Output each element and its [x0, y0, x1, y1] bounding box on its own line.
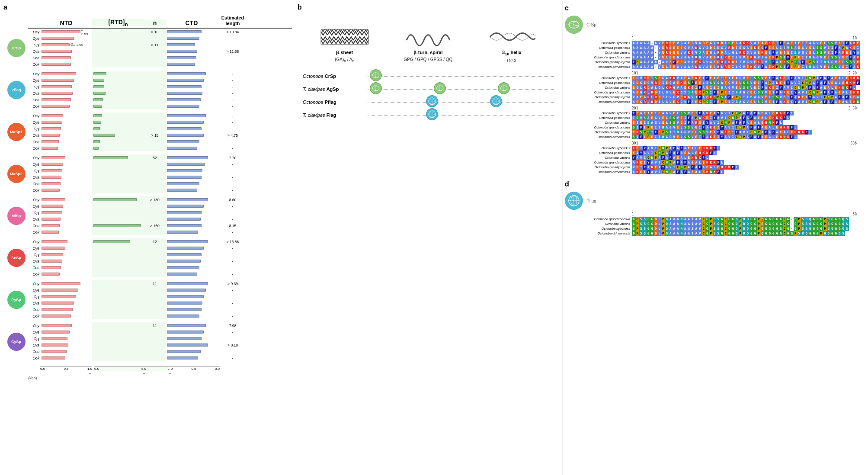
- ctd-cell: [166, 293, 218, 300]
- rtd-cell: [92, 55, 144, 61]
- ntd-bar: [42, 331, 70, 334]
- ntd-cell: [40, 103, 92, 109]
- aln-species: Octonoba sybotides: [565, 111, 632, 115]
- est-cell: -: [218, 229, 248, 235]
- pflag-aln-row: Octonoba variansGPSSGGDLPQAAANAAIAVCGPSS…: [565, 221, 866, 226]
- ctd-cell: [166, 125, 218, 132]
- n-cell: [144, 167, 166, 174]
- aln-row: Octonoba grandiprojectaVAEGRLRDIIVGVEKGV…: [565, 95, 866, 99]
- ntd-bar: [42, 356, 65, 359]
- table-row: Opj-: [28, 251, 292, 258]
- ntd-bar: [42, 30, 80, 33]
- icon-label-pysp: PySp: [7, 291, 26, 309]
- ctd-cell: [166, 264, 218, 271]
- ntd-cell: [40, 335, 92, 342]
- helix-seq: GGX: [507, 58, 516, 63]
- ctd-cell: [166, 196, 218, 203]
- table-row: Ook: [28, 61, 292, 67]
- n-cell: [144, 90, 166, 96]
- n-cell: [144, 145, 166, 151]
- rtd-cell: [92, 287, 144, 293]
- pflag-aln-species: Octonoba grandiconcava: [565, 217, 632, 221]
- aln-species: Octonoba okinawensis: [565, 65, 632, 69]
- ctd-bar: [167, 253, 202, 256]
- aln-row: Octonoba grandiprojectaVEIFAKEIYAVICNPAF…: [565, 165, 866, 170]
- pflag-aln-seq: GPSSGGDLPQAAANAAIAVCGPSSGCGGQPBQGGPQGGGG…: [632, 231, 845, 236]
- aln-row: Octonoba grandiprojectaEKSPSIFEPSIIBAGVE…: [565, 130, 866, 135]
- aln-species: Octonoba okinawensis: [565, 170, 632, 174]
- species-label: Opj: [28, 337, 40, 341]
- table-row: Oye-: [28, 203, 292, 209]
- species-label: Oco: [28, 56, 40, 60]
- ctd-cell: [166, 138, 218, 145]
- prot-flag-line: [368, 111, 554, 119]
- ntd-cell: [40, 125, 92, 132]
- aln-species: Octonoba yesoenesis: [565, 116, 632, 120]
- ctd-bar: [167, 85, 202, 88]
- rtd-bar: [93, 134, 115, 137]
- n-cell: [144, 187, 166, 193]
- aln-seq: EIEIBAGVELSSVEIFAKEIYAVICNPAFAFAEALEHNKF…: [632, 120, 860, 125]
- ntd-bar: [42, 218, 61, 221]
- group-crsp: CrSpOsy// 2.59> 10> 10.84OyeOpj∈// 2.09>…: [4, 29, 292, 67]
- n-cell: > 160: [144, 222, 166, 229]
- aln-species: Octonoba yesoenesis: [565, 46, 632, 50]
- rtd-cell: [92, 35, 144, 42]
- aln-seq: AEGRLRDILGVEKGVJAEKPSIFEPEIIBAGVELSSVEIF…: [632, 90, 860, 95]
- icon-label-misp: MiSp: [7, 207, 26, 225]
- ctd-bar: [167, 140, 199, 143]
- species-label: Ova: [28, 49, 40, 54]
- table-row: Opj-: [28, 335, 292, 342]
- table-row: Oco: [28, 55, 292, 61]
- ntd-cell: [40, 203, 92, 209]
- protein-diagrams: Octonoba CrSp T. clavipes AgSp: [298, 72, 558, 119]
- n-cell: 11: [144, 322, 166, 329]
- aln-row: Octonoba yesoenesisAAAAAA-VEREEEEGVAKGVI…: [565, 45, 866, 50]
- rtd-cell: [92, 90, 144, 96]
- species-label: Opj: [28, 211, 40, 215]
- ctd-bar: [167, 121, 204, 124]
- aln-species: Octonoba grandiprojecta: [565, 60, 632, 64]
- structure-types: β-sheet (GA)n / An β-turn, spiral GPG / …: [298, 17, 558, 67]
- pflag-aln-row: Octonoba okinawensisGPSSGGDLPQAAANAAIAVC…: [565, 231, 866, 236]
- ctd-cell: [166, 71, 218, 77]
- n-cell: [144, 161, 166, 167]
- species-label: Oco: [28, 98, 40, 102]
- rtd-cell: [92, 300, 144, 306]
- est-cell: -: [218, 313, 248, 319]
- est-cell: -: [218, 271, 248, 277]
- table-row: Ova-: [28, 174, 292, 180]
- aln-species: Octonoba grandiprojecta: [565, 130, 632, 134]
- ctd-bar: [167, 169, 202, 172]
- species-label: Opj: [28, 85, 40, 89]
- species-label: Oye: [28, 120, 40, 125]
- ntd-bar: [42, 147, 58, 150]
- svg-rect-0: [321, 29, 368, 45]
- prot-pflag-line: [368, 98, 554, 106]
- aln-row: Octonoba grandiconcavaAAAAAA-VELEEGVAAAK…: [565, 55, 866, 60]
- ctd-cell: [166, 335, 218, 342]
- rtd-bar: [93, 140, 100, 143]
- ntd-bar: [42, 156, 65, 159]
- est-cell: -: [218, 161, 248, 167]
- rtd-cell: [92, 83, 144, 90]
- ntd-bar: [42, 85, 72, 88]
- n-cell: [144, 138, 166, 145]
- aln-species: Octonoba varians: [565, 121, 632, 125]
- ntd-bar: [42, 43, 70, 46]
- species-label: Opj: [28, 253, 40, 257]
- n-cell: [144, 216, 166, 222]
- main-container: a NTD [RTD]n n CTD Estimated length CrSp…: [0, 0, 868, 475]
- aln-species: Octonoba grandiprojecta: [565, 95, 632, 99]
- n-cell: [144, 335, 166, 342]
- species-label: Opj: [28, 127, 40, 131]
- table-row: Oye-: [28, 287, 292, 293]
- rtd-cell: [92, 119, 144, 125]
- beta-sheet-seq: (GA)n / An: [335, 57, 354, 63]
- ctd-cell: [166, 167, 218, 174]
- rtd-bar: [93, 98, 103, 101]
- n-cell: [144, 313, 166, 319]
- est-cell: -: [218, 187, 248, 193]
- ntd-cell: [40, 342, 92, 348]
- ntd-bar: [42, 247, 65, 250]
